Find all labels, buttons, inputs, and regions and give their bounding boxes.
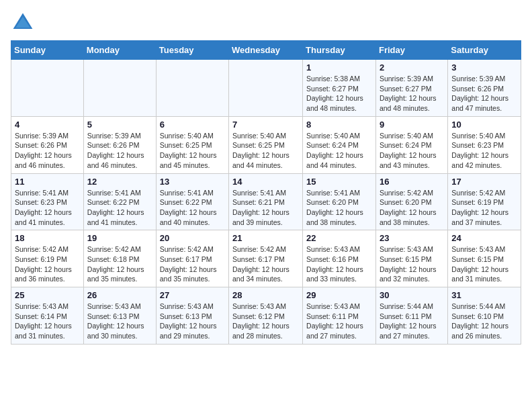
week-row-4: 18Sunrise: 5:42 AM Sunset: 6:19 PM Dayli… xyxy=(11,230,521,287)
day-cell-24: 24Sunrise: 5:43 AM Sunset: 6:15 PM Dayli… xyxy=(448,230,521,287)
week-row-1: 1Sunrise: 5:38 AM Sunset: 6:27 PM Daylig… xyxy=(11,60,521,117)
day-cell-29: 29Sunrise: 5:43 AM Sunset: 6:11 PM Dayli… xyxy=(303,287,376,345)
day-number: 29 xyxy=(306,290,372,300)
empty-cell xyxy=(83,60,156,117)
day-header-monday: Monday xyxy=(83,41,156,60)
day-cell-11: 11Sunrise: 5:41 AM Sunset: 6:23 PM Dayli… xyxy=(11,173,84,230)
day-info: Sunrise: 5:42 AM Sunset: 6:19 PM Dayligh… xyxy=(451,188,517,228)
day-info: Sunrise: 5:43 AM Sunset: 6:14 PM Dayligh… xyxy=(15,302,80,341)
day-info: Sunrise: 5:40 AM Sunset: 6:25 PM Dayligh… xyxy=(160,131,225,171)
day-info: Sunrise: 5:43 AM Sunset: 6:15 PM Dayligh… xyxy=(451,244,517,284)
day-number: 4 xyxy=(15,120,80,130)
day-header-wednesday: Wednesday xyxy=(229,41,303,60)
day-info: Sunrise: 5:43 AM Sunset: 6:15 PM Dayligh… xyxy=(380,244,444,284)
day-info: Sunrise: 5:42 AM Sunset: 6:17 PM Dayligh… xyxy=(160,244,225,284)
day-cell-6: 6Sunrise: 5:40 AM Sunset: 6:25 PM Daylig… xyxy=(156,116,228,173)
day-number: 12 xyxy=(87,177,152,187)
day-cell-21: 21Sunrise: 5:42 AM Sunset: 6:17 PM Dayli… xyxy=(229,230,303,287)
day-header-friday: Friday xyxy=(375,41,447,60)
day-number: 11 xyxy=(15,177,80,187)
day-number: 22 xyxy=(306,233,372,243)
day-number: 8 xyxy=(306,120,372,130)
day-header-saturday: Saturday xyxy=(448,41,521,60)
day-info: Sunrise: 5:39 AM Sunset: 6:26 PM Dayligh… xyxy=(87,131,152,171)
day-cell-30: 30Sunrise: 5:44 AM Sunset: 6:11 PM Dayli… xyxy=(375,287,447,345)
week-row-2: 4Sunrise: 5:39 AM Sunset: 6:26 PM Daylig… xyxy=(11,116,521,173)
day-info: Sunrise: 5:41 AM Sunset: 6:23 PM Dayligh… xyxy=(15,188,80,228)
day-info: Sunrise: 5:42 AM Sunset: 6:17 PM Dayligh… xyxy=(232,244,299,284)
day-cell-7: 7Sunrise: 5:40 AM Sunset: 6:25 PM Daylig… xyxy=(229,116,303,173)
day-cell-9: 9Sunrise: 5:40 AM Sunset: 6:24 PM Daylig… xyxy=(375,116,447,173)
day-info: Sunrise: 5:40 AM Sunset: 6:24 PM Dayligh… xyxy=(380,131,444,171)
day-number: 1 xyxy=(306,62,372,73)
day-number: 17 xyxy=(451,177,517,187)
logo-icon xyxy=(11,11,35,35)
day-number: 7 xyxy=(232,120,299,130)
day-cell-13: 13Sunrise: 5:41 AM Sunset: 6:22 PM Dayli… xyxy=(156,173,228,230)
day-info: Sunrise: 5:42 AM Sunset: 6:20 PM Dayligh… xyxy=(380,188,444,228)
header xyxy=(11,11,521,35)
day-cell-20: 20Sunrise: 5:42 AM Sunset: 6:17 PM Dayli… xyxy=(156,230,228,287)
day-cell-23: 23Sunrise: 5:43 AM Sunset: 6:15 PM Dayli… xyxy=(375,230,447,287)
day-info: Sunrise: 5:41 AM Sunset: 6:22 PM Dayligh… xyxy=(160,188,225,228)
day-number: 20 xyxy=(160,233,225,243)
day-cell-15: 15Sunrise: 5:41 AM Sunset: 6:20 PM Dayli… xyxy=(303,173,376,230)
day-info: Sunrise: 5:43 AM Sunset: 6:12 PM Dayligh… xyxy=(232,302,299,341)
day-cell-17: 17Sunrise: 5:42 AM Sunset: 6:19 PM Dayli… xyxy=(448,173,521,230)
day-number: 21 xyxy=(232,233,299,243)
day-number: 3 xyxy=(451,62,517,73)
day-info: Sunrise: 5:39 AM Sunset: 6:26 PM Dayligh… xyxy=(451,74,517,113)
day-header-thursday: Thursday xyxy=(303,41,376,60)
day-info: Sunrise: 5:40 AM Sunset: 6:23 PM Dayligh… xyxy=(451,131,517,171)
empty-cell xyxy=(11,60,84,117)
day-cell-16: 16Sunrise: 5:42 AM Sunset: 6:20 PM Dayli… xyxy=(375,173,447,230)
day-number: 19 xyxy=(87,233,152,243)
day-number: 5 xyxy=(87,120,152,130)
day-info: Sunrise: 5:39 AM Sunset: 6:27 PM Dayligh… xyxy=(380,74,444,113)
day-cell-28: 28Sunrise: 5:43 AM Sunset: 6:12 PM Dayli… xyxy=(229,287,303,345)
day-number: 2 xyxy=(380,62,444,73)
day-cell-3: 3Sunrise: 5:39 AM Sunset: 6:26 PM Daylig… xyxy=(448,60,521,117)
day-number: 13 xyxy=(160,177,225,187)
day-info: Sunrise: 5:43 AM Sunset: 6:11 PM Dayligh… xyxy=(306,302,372,341)
calendar-table: SundayMondayTuesdayWednesdayThursdayFrid… xyxy=(11,40,521,345)
day-cell-12: 12Sunrise: 5:41 AM Sunset: 6:22 PM Dayli… xyxy=(83,173,156,230)
day-number: 9 xyxy=(380,120,444,130)
day-cell-27: 27Sunrise: 5:43 AM Sunset: 6:13 PM Dayli… xyxy=(156,287,228,345)
day-header-tuesday: Tuesday xyxy=(156,41,228,60)
day-number: 28 xyxy=(232,290,299,300)
day-info: Sunrise: 5:39 AM Sunset: 6:26 PM Dayligh… xyxy=(15,131,80,171)
day-cell-14: 14Sunrise: 5:41 AM Sunset: 6:21 PM Dayli… xyxy=(229,173,303,230)
day-cell-18: 18Sunrise: 5:42 AM Sunset: 6:19 PM Dayli… xyxy=(11,230,84,287)
day-info: Sunrise: 5:38 AM Sunset: 6:27 PM Dayligh… xyxy=(306,74,372,113)
day-cell-26: 26Sunrise: 5:43 AM Sunset: 6:13 PM Dayli… xyxy=(83,287,156,345)
day-cell-2: 2Sunrise: 5:39 AM Sunset: 6:27 PM Daylig… xyxy=(375,60,447,117)
day-info: Sunrise: 5:44 AM Sunset: 6:11 PM Dayligh… xyxy=(380,302,444,341)
day-info: Sunrise: 5:41 AM Sunset: 6:21 PM Dayligh… xyxy=(232,188,299,228)
day-info: Sunrise: 5:43 AM Sunset: 6:13 PM Dayligh… xyxy=(87,302,152,341)
week-row-3: 11Sunrise: 5:41 AM Sunset: 6:23 PM Dayli… xyxy=(11,173,521,230)
day-cell-19: 19Sunrise: 5:42 AM Sunset: 6:18 PM Dayli… xyxy=(83,230,156,287)
day-number: 31 xyxy=(451,290,517,300)
day-number: 6 xyxy=(160,120,225,130)
day-info: Sunrise: 5:42 AM Sunset: 6:18 PM Dayligh… xyxy=(87,244,152,284)
day-cell-1: 1Sunrise: 5:38 AM Sunset: 6:27 PM Daylig… xyxy=(303,60,376,117)
day-number: 14 xyxy=(232,177,299,187)
day-number: 16 xyxy=(380,177,444,187)
day-info: Sunrise: 5:42 AM Sunset: 6:19 PM Dayligh… xyxy=(15,244,80,284)
day-number: 18 xyxy=(15,233,80,243)
day-info: Sunrise: 5:43 AM Sunset: 6:16 PM Dayligh… xyxy=(306,244,372,284)
day-number: 23 xyxy=(380,233,444,243)
day-number: 25 xyxy=(15,290,80,300)
day-info: Sunrise: 5:43 AM Sunset: 6:13 PM Dayligh… xyxy=(160,302,225,341)
day-info: Sunrise: 5:44 AM Sunset: 6:10 PM Dayligh… xyxy=(451,302,517,341)
day-number: 27 xyxy=(160,290,225,300)
day-number: 10 xyxy=(451,120,517,130)
day-cell-25: 25Sunrise: 5:43 AM Sunset: 6:14 PM Dayli… xyxy=(11,287,84,345)
day-info: Sunrise: 5:40 AM Sunset: 6:24 PM Dayligh… xyxy=(306,131,372,171)
day-cell-4: 4Sunrise: 5:39 AM Sunset: 6:26 PM Daylig… xyxy=(11,116,84,173)
day-number: 15 xyxy=(306,177,372,187)
empty-cell xyxy=(156,60,228,117)
logo xyxy=(11,11,38,35)
header-row: SundayMondayTuesdayWednesdayThursdayFrid… xyxy=(11,41,521,60)
